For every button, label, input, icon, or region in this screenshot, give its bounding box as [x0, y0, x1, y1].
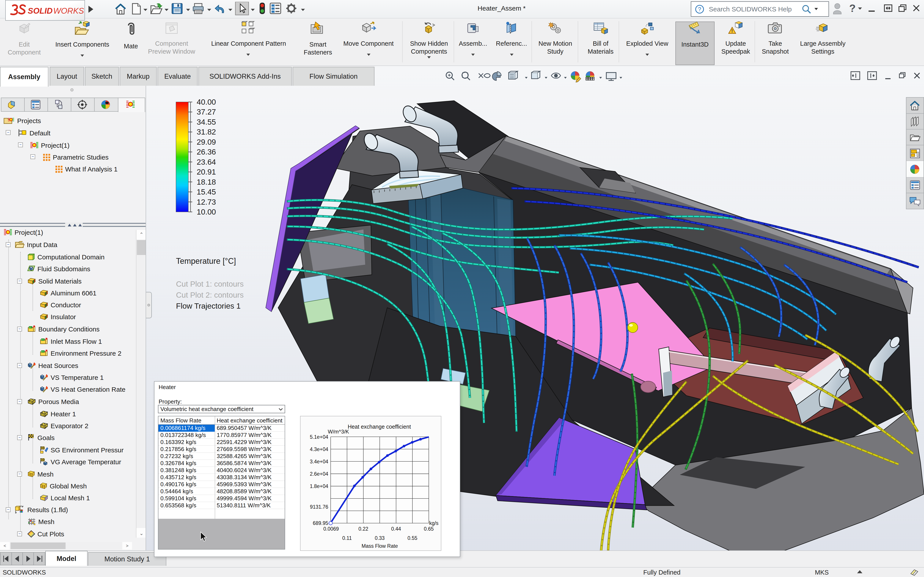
svg-text:?: ?: [849, 2, 856, 14]
svg-text:23.64: 23.64: [197, 158, 216, 166]
svg-text:5.1e+04: 5.1e+04: [310, 434, 328, 440]
svg-text:?: ?: [698, 6, 701, 12]
svg-text:9131.76: 9131.76: [310, 504, 328, 510]
svg-text:kg/s: kg/s: [429, 520, 438, 526]
svg-text:2.6e+04: 2.6e+04: [310, 471, 328, 477]
svg-text:4.3e+04: 4.3e+04: [310, 446, 328, 452]
svg-text:Flow Trajectories 1: Flow Trajectories 1: [176, 301, 241, 310]
svg-text:29.09: 29.09: [197, 138, 216, 146]
svg-text:0.65: 0.65: [424, 526, 434, 532]
svg-text:0.55: 0.55: [407, 535, 417, 541]
svg-text:689.95: 689.95: [313, 520, 328, 526]
svg-text:12.73: 12.73: [197, 198, 216, 206]
svg-text:SOLID: SOLID: [28, 6, 53, 15]
svg-text:0.44: 0.44: [391, 526, 401, 532]
svg-text:26.36: 26.36: [197, 147, 216, 156]
svg-text:10.00: 10.00: [197, 208, 216, 216]
svg-text:Cut Plot 2: contours: Cut Plot 2: contours: [176, 290, 244, 299]
svg-text:0.11: 0.11: [342, 535, 352, 541]
svg-text:31.82: 31.82: [197, 127, 216, 136]
svg-text:0.22: 0.22: [358, 526, 368, 532]
svg-text:18.18: 18.18: [197, 177, 216, 186]
svg-text:3.4e+04: 3.4e+04: [310, 459, 328, 464]
svg-text:34.55: 34.55: [197, 118, 216, 126]
svg-text:15.45: 15.45: [197, 187, 216, 196]
svg-text:0.0069: 0.0069: [323, 526, 339, 532]
svg-text:Temperature [°C]: Temperature [°C]: [176, 256, 236, 266]
svg-text:Cut Plot 1: contours: Cut Plot 1: contours: [176, 280, 244, 288]
svg-text:40.00: 40.00: [197, 98, 216, 106]
svg-text:20.91: 20.91: [197, 168, 216, 176]
svg-text:0.33: 0.33: [375, 535, 384, 541]
svg-text:W/m^3/K: W/m^3/K: [328, 429, 349, 435]
svg-text:1.8e+04: 1.8e+04: [310, 484, 328, 489]
svg-text:37.27: 37.27: [197, 108, 216, 116]
svg-text:!: !: [731, 28, 733, 34]
svg-text:Heat exchange coefficient: Heat exchange coefficient: [347, 424, 410, 430]
svg-text:WORKS: WORKS: [53, 6, 84, 15]
svg-text:Mass Flow Rate: Mass Flow Rate: [362, 543, 398, 549]
